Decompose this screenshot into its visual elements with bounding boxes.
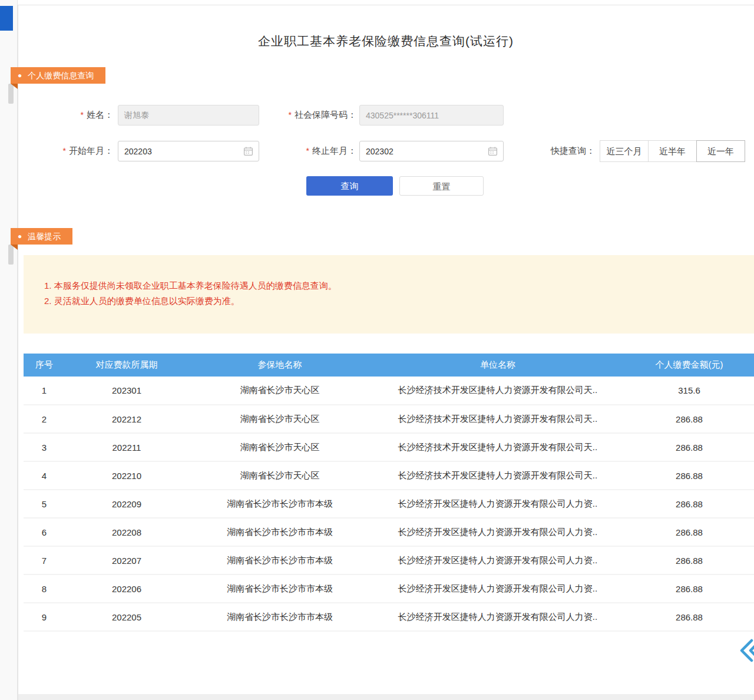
table-row[interactable]: 5 202209 湖南省长沙市长沙市市本级 长沙经济开发区捷特人力资源开发有限公… — [24, 490, 754, 518]
cell-period: 202301 — [65, 377, 188, 405]
ssn-value: 430525******306111 — [366, 111, 439, 120]
cell-insured-place: 湖南省长沙市长沙市市本级 — [188, 603, 371, 631]
cell-index: 1 — [24, 377, 65, 405]
cell-period: 202207 — [65, 546, 188, 574]
bullet-icon: ● — [18, 67, 22, 84]
cell-amount: 286.88 — [624, 490, 754, 518]
section-badge-tips: ●温馨提示 — [11, 228, 72, 245]
cell-insured-place: 湖南省长沙市天心区 — [188, 461, 371, 490]
cell-insured-place: 湖南省长沙市天心区 — [188, 433, 371, 461]
bottom-scroll-track[interactable] — [18, 694, 754, 700]
cell-insured-place: 湖南省长沙市长沙市市本级 — [188, 490, 371, 518]
cell-period: 202208 — [65, 518, 188, 546]
name-field[interactable]: 谢旭泰 — [118, 105, 259, 126]
table-row[interactable]: 4 202210 湖南省长沙市天心区 长沙经济技术开发区捷特人力资源开发有限公司… — [24, 461, 754, 490]
required-asterisk: * — [63, 146, 66, 156]
cell-index: 8 — [24, 574, 65, 603]
table-row[interactable]: 6 202208 湖南省长沙市长沙市市本级 长沙经济开发区捷特人力资源开发有限公… — [24, 518, 754, 546]
quick-range-button-3months[interactable]: 近三个月 — [600, 140, 649, 162]
query-button[interactable]: 查询 — [306, 176, 393, 196]
quick-range-group: 近三个月 近半年 近一年 — [600, 140, 745, 162]
cell-index: 5 — [24, 490, 65, 518]
tips-line-1: 1. 本服务仅提供尚未领取企业职工基本养老保险待遇人员的缴费信息查询。 — [44, 278, 754, 293]
col-header-insured-place: 参保地名称 — [188, 354, 371, 377]
section-badge-label: 个人缴费信息查询 — [28, 71, 94, 80]
cell-period: 202211 — [65, 433, 188, 461]
cell-employer: 长沙经济技术开发区捷特人力资源开发有限公司天.. — [371, 377, 624, 405]
cell-insured-place: 湖南省长沙市长沙市市本级 — [188, 546, 371, 574]
cell-index: 6 — [24, 518, 65, 546]
tips-line-2: 2. 灵活就业人员的缴费单位信息以实际缴费为准。 — [44, 293, 754, 309]
start-month-value: 202203 — [124, 147, 152, 156]
section-badge-personal-payment-query: ●个人缴费信息查询 — [11, 67, 105, 84]
col-header-index: 序号 — [24, 354, 65, 377]
left-blue-tab[interactable] — [0, 6, 13, 31]
cell-index: 4 — [24, 461, 65, 490]
name-label: *姓名： — [35, 110, 113, 121]
cell-employer: 长沙经济技术开发区捷特人力资源开发有限公司天.. — [371, 433, 624, 461]
cell-employer: 长沙经济开发区捷特人力资源开发有限公司人力资.. — [371, 546, 624, 574]
cell-index: 7 — [24, 546, 65, 574]
payment-table: 序号 对应费款所属期 参保地名称 单位名称 个人缴费金额(元) 1 202301… — [24, 354, 754, 632]
ribbon-fold — [11, 84, 18, 89]
cell-amount: 286.88 — [624, 518, 754, 546]
cell-amount: 286.88 — [624, 603, 754, 631]
cell-amount: 286.88 — [624, 546, 754, 574]
cell-amount: 286.88 — [624, 405, 754, 433]
table-row[interactable]: 2 202212 湖南省长沙市天心区 长沙经济技术开发区捷特人力资源开发有限公司… — [24, 405, 754, 433]
table-row[interactable]: 1 202301 湖南省长沙市天心区 长沙经济技术开发区捷特人力资源开发有限公司… — [24, 377, 754, 405]
required-asterisk: * — [289, 110, 292, 120]
cell-index: 9 — [24, 603, 65, 631]
col-header-amount: 个人缴费金额(元) — [624, 354, 754, 377]
quick-range-button-halfyear[interactable]: 近半年 — [648, 140, 697, 162]
cell-amount: 286.88 — [624, 433, 754, 461]
cell-employer: 长沙经济开发区捷特人力资源开发有限公司人力资.. — [371, 490, 624, 518]
cell-period: 202205 — [65, 603, 188, 631]
calendar-icon[interactable] — [243, 146, 253, 158]
table-row[interactable]: 7 202207 湖南省长沙市长沙市市本级 长沙经济开发区捷特人力资源开发有限公… — [24, 546, 754, 574]
ssn-label: *社会保障号码： — [268, 110, 356, 121]
ssn-field[interactable]: 430525******306111 — [359, 105, 504, 126]
cell-insured-place: 湖南省长沙市天心区 — [188, 377, 371, 405]
table-row[interactable]: 3 202211 湖南省长沙市天心区 长沙经济技术开发区捷特人力资源开发有限公司… — [24, 433, 754, 461]
cell-amount: 315.6 — [624, 377, 754, 405]
cell-period: 202209 — [65, 490, 188, 518]
cell-employer: 长沙经济开发区捷特人力资源开发有限公司人力资.. — [371, 518, 624, 546]
section-badge-label: 温馨提示 — [28, 232, 61, 241]
name-value: 谢旭泰 — [124, 110, 149, 121]
cell-amount: 286.88 — [624, 461, 754, 490]
page: 企业职工基本养老保险缴费信息查询(试运行) ●个人缴费信息查询 *姓名： 谢旭泰… — [0, 0, 754, 700]
table-body: 1 202301 湖南省长沙市天心区 长沙经济技术开发区捷特人力资源开发有限公司… — [24, 377, 754, 631]
cell-index: 2 — [24, 405, 65, 433]
start-month-field[interactable]: 202203 — [118, 141, 259, 161]
page-title: 企业职工基本养老保险缴费信息查询(试运行) — [18, 33, 754, 49]
calendar-icon[interactable] — [488, 146, 498, 158]
cell-period: 202210 — [65, 461, 188, 490]
cell-index: 3 — [24, 433, 65, 461]
ribbon-fold — [11, 245, 18, 250]
cell-insured-place: 湖南省长沙市天心区 — [188, 405, 371, 433]
cell-insured-place: 湖南省长沙市长沙市市本级 — [188, 518, 371, 546]
table-header-row: 序号 对应费款所属期 参保地名称 单位名称 个人缴费金额(元) — [24, 354, 754, 377]
start-month-label: *开始年月： — [35, 146, 113, 157]
end-month-value: 202302 — [366, 147, 393, 156]
table-row[interactable]: 9 202205 湖南省长沙市长沙市市本级 长沙经济开发区捷特人力资源开发有限公… — [24, 603, 754, 631]
col-header-employer: 单位名称 — [371, 354, 624, 377]
tips-box: 1. 本服务仅提供尚未领取企业职工基本养老保险待遇人员的缴费信息查询。 2. 灵… — [24, 255, 754, 334]
cell-employer: 长沙经济技术开发区捷特人力资源开发有限公司天.. — [371, 461, 624, 490]
end-month-field[interactable]: 202302 — [359, 141, 504, 161]
table-row[interactable]: 8 202206 湖南省长沙市长沙市市本级 长沙经济开发区捷特人力资源开发有限公… — [24, 574, 754, 603]
required-asterisk: * — [81, 110, 84, 120]
end-month-label: *终止年月： — [268, 146, 356, 157]
quick-range-button-oneyear[interactable]: 近一年 — [696, 140, 745, 162]
cell-amount: 286.88 — [624, 574, 754, 603]
cell-employer: 长沙经济开发区捷特人力资源开发有限公司人力资.. — [371, 603, 624, 631]
col-header-period: 对应费款所属期 — [65, 354, 188, 377]
required-asterisk: * — [306, 146, 309, 156]
cell-insured-place: 湖南省长沙市长沙市市本级 — [188, 574, 371, 603]
left-rail — [0, 0, 18, 700]
cell-period: 202212 — [65, 405, 188, 433]
collapse-double-chevron-icon[interactable] — [738, 638, 754, 666]
reset-button[interactable]: 重置 — [399, 176, 484, 196]
cell-employer: 长沙经济技术开发区捷特人力资源开发有限公司天.. — [371, 405, 624, 433]
